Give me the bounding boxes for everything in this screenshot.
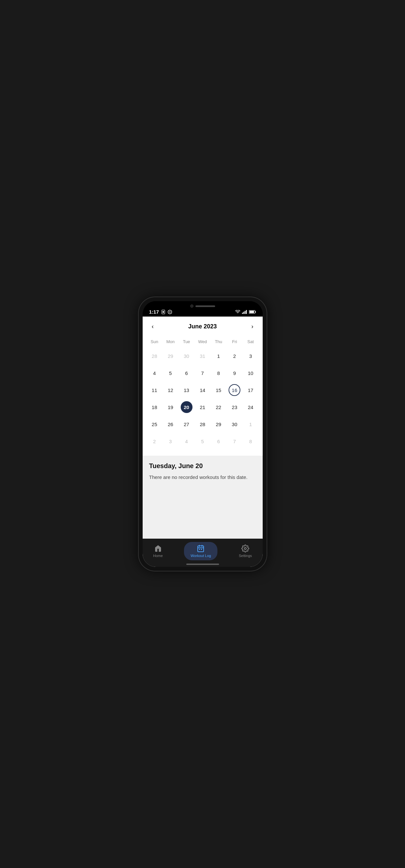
svg-rect-1 <box>162 311 164 313</box>
day-23[interactable]: 23 <box>228 401 240 413</box>
day-17[interactable]: 17 <box>245 384 256 396</box>
day-7-next[interactable]: 7 <box>228 435 240 447</box>
day-cell: 15 <box>211 382 227 398</box>
days-grid: 28 29 30 31 1 2 3 4 5 6 7 8 9 1 <box>147 348 259 449</box>
day-29[interactable]: 29 <box>213 418 224 430</box>
battery-icon <box>249 310 256 314</box>
day-cell: 11 <box>147 382 163 398</box>
day-header-mon: Mon <box>162 338 178 345</box>
day-cell: 5 <box>194 433 211 449</box>
day-cell: 7 <box>227 433 243 449</box>
day-3-next[interactable]: 3 <box>165 435 177 447</box>
day-cell: 31 <box>194 348 211 364</box>
day-19[interactable]: 19 <box>165 401 177 413</box>
day-header-tue: Tue <box>178 338 194 345</box>
nav-item-workout-log[interactable]: Workout Log <box>184 542 217 560</box>
day-28-prev[interactable]: 28 <box>149 350 160 362</box>
next-month-button[interactable]: › <box>249 322 256 331</box>
day-cell: 1 <box>243 416 259 432</box>
day-14[interactable]: 14 <box>196 384 208 396</box>
day-29-prev[interactable]: 29 <box>165 350 177 362</box>
day-4[interactable]: 4 <box>149 367 160 379</box>
day-cell: 19 <box>162 399 178 415</box>
day-cell: 27 <box>178 416 194 432</box>
nav-item-settings[interactable]: Settings <box>239 545 252 558</box>
day-cell: 1 <box>211 348 227 364</box>
day-cell: 17 <box>243 382 259 398</box>
day-8-next[interactable]: 8 <box>245 435 256 447</box>
day-cell: 29 <box>162 348 178 364</box>
day-cell: 24 <box>243 399 259 415</box>
phone-shell: 1:17 <box>139 297 267 571</box>
day-10[interactable]: 10 <box>245 367 256 379</box>
day-cell: 2 <box>227 348 243 364</box>
day-7[interactable]: 7 <box>196 367 208 379</box>
day-24[interactable]: 24 <box>245 401 256 413</box>
day-21[interactable]: 21 <box>196 401 208 413</box>
day-25[interactable]: 25 <box>149 418 160 430</box>
day-27[interactable]: 27 <box>181 418 192 430</box>
day-5[interactable]: 5 <box>165 367 177 379</box>
pill <box>195 305 215 307</box>
day-16-today[interactable]: 16 <box>228 384 240 396</box>
day-11[interactable]: 11 <box>149 384 160 396</box>
day-4-next[interactable]: 4 <box>181 435 192 447</box>
day-cell: 18 <box>147 399 163 415</box>
day-13[interactable]: 13 <box>181 384 192 396</box>
day-cell: 21 <box>194 399 211 415</box>
day-12[interactable]: 12 <box>165 384 177 396</box>
day-5-next[interactable]: 5 <box>196 435 208 447</box>
day-cell: 29 <box>211 416 227 432</box>
svg-rect-7 <box>255 311 256 313</box>
day-26[interactable]: 26 <box>165 418 177 430</box>
day-28[interactable]: 28 <box>196 418 208 430</box>
day-header-wed: Wed <box>194 338 211 345</box>
day-1-next[interactable]: 1 <box>245 418 256 430</box>
day-1[interactable]: 1 <box>213 350 224 362</box>
day-30[interactable]: 30 <box>228 418 240 430</box>
day-30-prev[interactable]: 30 <box>181 350 192 362</box>
day-3[interactable]: 3 <box>245 350 256 362</box>
bottom-nav: Home Workout Log <box>143 539 263 567</box>
status-time: 1:17 <box>149 309 159 315</box>
day-31-prev[interactable]: 31 <box>196 350 208 362</box>
day-cell: 3 <box>162 433 178 449</box>
day-cell: 10 <box>243 365 259 381</box>
selected-date-section: Tuesday, June 20 There are no recorded w… <box>143 456 263 539</box>
calendar-section: ‹ June 2023 › Sun Mon Tue Wed Thu Fri Sa… <box>143 316 263 456</box>
nav-item-home[interactable]: Home <box>153 545 163 558</box>
day-20-selected[interactable]: 20 <box>181 401 192 413</box>
settings-icon <box>167 310 172 314</box>
gear-icon <box>241 545 249 552</box>
app-screen: ‹ June 2023 › Sun Mon Tue Wed Thu Fri Sa… <box>143 316 263 567</box>
day-18[interactable]: 18 <box>149 401 160 413</box>
day-cell: 12 <box>162 382 178 398</box>
svg-rect-4 <box>245 311 246 314</box>
day-2[interactable]: 2 <box>228 350 240 362</box>
day-header-sat: Sat <box>243 338 259 345</box>
day-6[interactable]: 6 <box>181 367 192 379</box>
day-cell: 22 <box>211 399 227 415</box>
day-cell: 30 <box>178 348 194 364</box>
calendar-header: ‹ June 2023 › <box>147 322 259 331</box>
phone-inner: 1:17 <box>143 301 263 567</box>
day-cell: 5 <box>162 365 178 381</box>
nav-active-bg: Workout Log <box>184 542 217 560</box>
day-8[interactable]: 8 <box>213 367 224 379</box>
svg-point-15 <box>244 548 246 550</box>
day-cell: 25 <box>147 416 163 432</box>
day-cell: 14 <box>194 382 211 398</box>
wifi-icon <box>235 310 240 314</box>
day-22[interactable]: 22 <box>213 401 224 413</box>
day-cell: 8 <box>211 365 227 381</box>
prev-month-button[interactable]: ‹ <box>149 322 156 331</box>
nav-label-workout-log: Workout Log <box>190 554 211 558</box>
calendar-title: June 2023 <box>188 323 217 330</box>
day-9[interactable]: 9 <box>228 367 240 379</box>
day-15[interactable]: 15 <box>213 384 224 396</box>
day-6-next[interactable]: 6 <box>213 435 224 447</box>
day-2-next[interactable]: 2 <box>149 435 160 447</box>
nav-label-home: Home <box>153 554 163 558</box>
home-indicator <box>186 564 219 565</box>
svg-rect-8 <box>249 311 254 313</box>
